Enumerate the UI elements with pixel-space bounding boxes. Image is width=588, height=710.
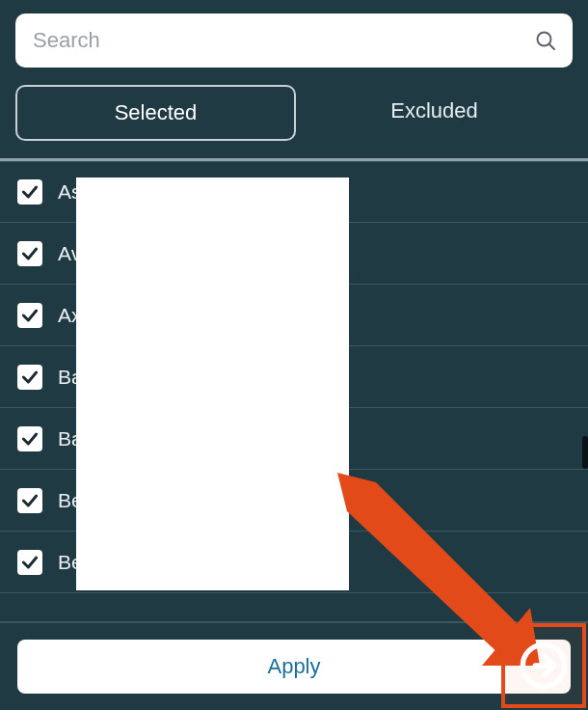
arrow-right-circle-icon (519, 641, 569, 691)
checkbox[interactable] (17, 488, 42, 513)
redaction-overlay (76, 178, 349, 590)
search-icon[interactable] (534, 29, 557, 52)
checkbox[interactable] (17, 179, 42, 205)
next-button-highlight (501, 623, 586, 708)
tab-selected-label: Selected (115, 100, 198, 124)
tab-selected[interactable]: Selected (15, 85, 296, 141)
svg-line-1 (549, 44, 554, 49)
checkmark-icon (20, 553, 40, 572)
checkmark-icon (20, 368, 40, 387)
checkmark-icon (20, 429, 40, 449)
checkbox[interactable] (17, 426, 42, 451)
search-input[interactable] (15, 14, 573, 68)
checkmark-icon (20, 306, 40, 325)
scrollbar-thumb[interactable] (582, 436, 588, 469)
bottom-action-bar: Apply (0, 621, 588, 710)
checkmark-icon (20, 182, 40, 202)
next-button[interactable] (519, 641, 569, 691)
apply-button[interactable]: Apply (17, 640, 571, 694)
checkbox[interactable] (17, 550, 42, 575)
tab-excluded[interactable]: Excluded (296, 85, 573, 141)
checkbox[interactable] (17, 241, 42, 266)
search-wrapper (15, 14, 573, 68)
tab-excluded-label: Excluded (390, 98, 478, 123)
checkmark-icon (20, 244, 40, 263)
apply-button-label: Apply (267, 654, 320, 678)
checkbox[interactable] (17, 365, 42, 390)
checkbox[interactable] (17, 303, 42, 328)
filter-header: Selected Excluded (0, 0, 588, 156)
filter-tabs: Selected Excluded (15, 85, 573, 141)
checkmark-icon (20, 491, 40, 510)
